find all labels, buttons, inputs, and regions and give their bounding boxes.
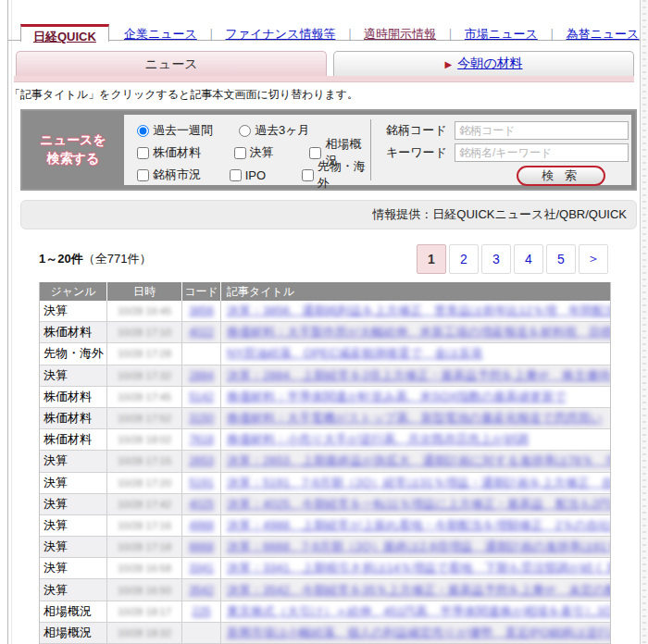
tab-morning-materials[interactable]: ▶ 今朝の材料 (333, 51, 634, 77)
table-row: 決算10/28 16:583341決算：3341、上期税引き前は14％増益で着地… (40, 558, 610, 579)
category-option-6-checkbox[interactable] (302, 169, 314, 181)
code-cell: 3542 (182, 579, 221, 600)
code-link[interactable]: 3856 (189, 304, 214, 317)
table-row: 株価材料10/28 17:104022株価材料：大手製作所が大幅続伸、米新工場の… (40, 322, 610, 343)
morning-materials-link[interactable]: 今朝の材料 (457, 56, 522, 72)
article-title-link[interactable]: 株価材料：大手製作所が大幅続伸、米新工場の増産報道を材料視 目標株価引き上げ (227, 324, 610, 341)
table-row: 決算10/28 16:503542決算：3542、今期経常を35％上方修正・最高… (40, 579, 610, 601)
nav-link-2[interactable]: ファイナンス情報等 (226, 26, 336, 43)
table-row: 先物・海外10/28 17:28NY原油続落、OPEC減産観測後退で 金は反発 (40, 343, 610, 365)
article-title-link[interactable]: 決算：4988、上期経常が上振れ着地・今期配当を増額修正 2％の自社株買いも (227, 517, 610, 534)
category-option-4-checkbox[interactable] (137, 169, 149, 181)
datetime-redacted-text: 10/28 17:28 (118, 348, 171, 359)
tab-news[interactable]: ニュース (16, 51, 327, 77)
nav-tab-nikkei-quick[interactable]: 日経QUICK (20, 24, 109, 42)
code-link[interactable]: 4025 (189, 498, 214, 511)
article-title-link[interactable]: NY原油続落、OPEC減産観測後退で 金は反発 (227, 345, 483, 362)
article-title-link[interactable]: 決算：2653、上期最終益が急拡大 通期計画に対する進捗率は78％ 増配も発表 (227, 452, 610, 469)
code-link[interactable]: 2653 (189, 454, 214, 467)
nav-link-1[interactable]: 企業ニュース (124, 26, 197, 43)
code-link[interactable]: 3150 (189, 412, 214, 425)
title-cell: NY原油続落、OPEC減産観測後退で 金は反発 (221, 343, 610, 364)
period-option-2-radio[interactable] (239, 125, 251, 137)
code-link[interactable]: 225 (192, 605, 210, 618)
genre-cell: 株価材料 (40, 429, 107, 450)
code-link[interactable]: 2884 (189, 369, 214, 382)
genre-cell: 決算 (40, 579, 107, 600)
next-page-button[interactable]: ＞ (579, 244, 608, 274)
code-cell: 6668 (182, 537, 221, 557)
article-title-link[interactable]: 新興市場は小幅続落、個人の利益確定売りが優勢 直近IPO銘柄は逆行高 (227, 625, 610, 641)
table-row: 決算10/28 17:424025決算：4025、今期経常を一転11％増益に上方… (40, 494, 610, 515)
right-scrollbar-strip[interactable] (640, 0, 648, 644)
article-title-link[interactable]: 決算：5191、7-9月期（2Q）経常は31％増益・通期計画を上方修正 自社株買… (227, 475, 610, 491)
article-title-link[interactable]: 株価材料：大手電機がストップ高、新型電池の量産化報道で思惑買い (227, 410, 602, 427)
category-option-5[interactable]: IPO (230, 168, 302, 182)
result-total: （全771件） (83, 252, 152, 266)
article-title-link[interactable]: 株価材料：半導体関連が軒並み高、米SOX指数の最高値更新で (227, 389, 567, 405)
nav-link-5[interactable]: 為替ニュース (567, 26, 640, 43)
category-option-4[interactable]: 銘柄市況 (137, 167, 230, 183)
datetime-cell: 10/28 17:45 (107, 387, 182, 407)
code-link[interactable]: 4022 (189, 326, 214, 339)
genre-cell: 決算 (40, 515, 107, 536)
keyword-input[interactable] (455, 143, 629, 162)
stock-code-input[interactable] (455, 121, 629, 140)
article-title-link[interactable]: 株価材料：小売り大手が逆行高、月次既存店売上が好調 (227, 431, 529, 448)
table-header-row: ジャンル日時コード記事タイトル (40, 282, 610, 301)
option-label: 銘柄市況 (153, 167, 201, 183)
nav-link-3[interactable]: 適時開示情報 (364, 26, 436, 43)
article-title-link[interactable]: 決算：3856、通期純利益を上方修正 営業益は前年比12％増 年間配当も増額へ (227, 303, 610, 319)
datetime-cell: 10/28 17:10 (107, 322, 182, 342)
period-option-1-radio[interactable] (137, 125, 149, 137)
option-label: IPO (245, 168, 266, 182)
datetime-cell: 10/28 17:15 (107, 451, 182, 471)
search-options: 過去一週間過去3ヶ月 株価材料決算相場概況 銘柄市況IPO先物・海外 (124, 115, 370, 185)
code-link[interactable]: 6668 (189, 540, 214, 553)
search-label-line1: ニュースを (40, 131, 106, 150)
page-button-5[interactable]: 5 (546, 244, 576, 274)
article-title-link[interactable]: 決算：3341、上期税引き前は14％増益で着地 下期も受注堅調が続く見込み (227, 560, 610, 576)
code-cell: 5142 (182, 387, 221, 407)
option-label: 先物・海外 (318, 158, 370, 192)
datetime-redacted-text: 10/28 18:17 (118, 606, 171, 617)
page-button-3[interactable]: 3 (481, 244, 511, 274)
article-title-link[interactable]: 東京株式（大引け）＝続伸、451円高 半導体関連株が相場を牽引し3日続伸 (227, 603, 610, 620)
datetime-cell: 10/28 18:17 (107, 601, 182, 622)
datetime-cell: 10/28 17:32 (107, 365, 182, 386)
code-link[interactable]: 7618 (189, 433, 214, 446)
article-title-link[interactable]: 決算：3542、今期経常を35％上方修正・最高益予想を上乗せ 未定の配当は30円… (227, 582, 610, 599)
page-button-1[interactable]: 1 (417, 244, 446, 274)
search-button[interactable]: 検 索 (517, 166, 605, 186)
category-option-2[interactable]: 決算 (234, 144, 310, 161)
category-option-6[interactable]: 先物・海外 (302, 158, 370, 192)
code-link[interactable]: 3542 (189, 584, 214, 597)
code-link[interactable]: 4988 (189, 519, 214, 532)
datetime-redacted-text: 10/28 17:15 (118, 455, 171, 466)
category-option-1[interactable]: 株価材料 (137, 144, 234, 161)
title-cell: 決算：6668、7-9月期（2Q）最終は2.6倍増益 通期計画の進捗率は81％に (221, 537, 610, 557)
code-link[interactable]: 5142 (189, 390, 214, 403)
article-title-link[interactable]: 決算：4025、今期経常を一転11％増益に上方修正・最高益 配当も2円増額へ▲ (227, 496, 610, 513)
category-option-2-checkbox[interactable] (234, 147, 246, 159)
nav-link-4[interactable]: 市場ニュース (465, 26, 538, 43)
code-cell (182, 623, 221, 643)
title-cell: 決算：2653、上期最終益が急拡大 通期計画に対する進捗率は78％ 増配も発表 (221, 451, 610, 471)
category-option-3-checkbox[interactable] (309, 147, 321, 159)
category-option-5-checkbox[interactable] (230, 169, 242, 181)
code-link[interactable]: 5191 (189, 477, 214, 489)
code-link[interactable]: 3341 (189, 562, 214, 575)
genre-cell: 決算 (40, 451, 107, 471)
search-form: 過去一週間過去3ヶ月 株価材料決算相場概況 銘柄市況IPO先物・海外 銘柄コード… (124, 115, 631, 185)
article-title-link[interactable]: 決算：2884、上期経常を2倍上方修正・最高益予想を上乗せ 株主優待も拡充へ▲ (227, 367, 610, 384)
page-button-4[interactable]: 4 (514, 244, 543, 274)
search-fields: 銘柄コード キーワード 検 索 (371, 115, 631, 185)
category-option-1-checkbox[interactable] (137, 147, 149, 159)
page-button-2[interactable]: 2 (449, 244, 479, 274)
period-option-1[interactable]: 過去一週間 (137, 122, 239, 139)
nikkei-quick-news-page: 日経QUICK 企業ニュース｜ファイナンス情報等｜適時開示情報｜市場ニュース｜為… (0, 0, 648, 644)
title-cell: 東京株式（大引け）＝続伸、451円高 半導体関連株が相場を牽引し3日続伸 (221, 601, 610, 622)
genre-cell: 決算 (40, 558, 107, 578)
article-title-link[interactable]: 決算：6668、7-9月期（2Q）最終は2.6倍増益 通期計画の進捗率は81％に (227, 539, 610, 555)
code-cell: 4025 (182, 494, 221, 514)
